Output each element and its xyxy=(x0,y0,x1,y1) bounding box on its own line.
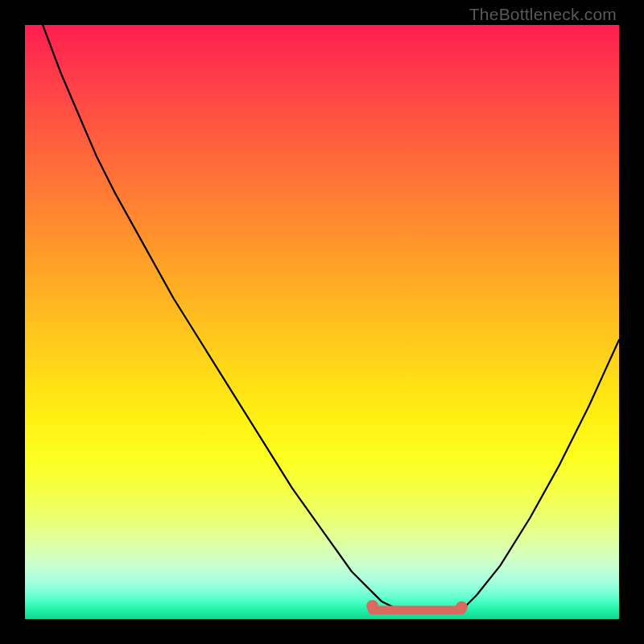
chart-frame: TheBottleneck.com xyxy=(0,0,644,644)
bottleneck-curve xyxy=(25,25,619,613)
plot-area xyxy=(25,25,619,619)
curve-path xyxy=(25,25,619,613)
chart-svg xyxy=(25,25,619,619)
optimal-end-dot xyxy=(456,601,468,613)
watermark-text: TheBottleneck.com xyxy=(469,5,617,24)
optimal-start-dot xyxy=(366,600,378,612)
